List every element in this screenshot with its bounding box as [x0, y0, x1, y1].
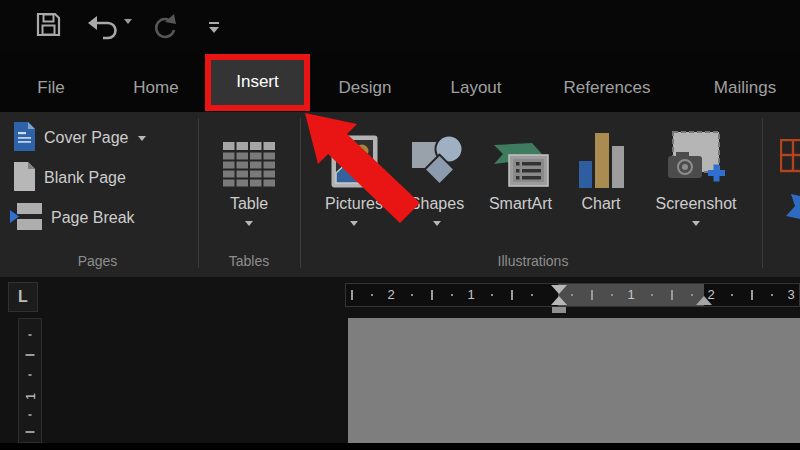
- group-separator: [762, 118, 763, 268]
- ruler-number: 2: [387, 287, 394, 302]
- ruler-tick: [29, 334, 32, 336]
- table-button[interactable]: Table: [210, 118, 288, 268]
- blank-page-button[interactable]: Blank Page: [14, 160, 126, 196]
- cover-page-label: Cover Page: [44, 129, 129, 147]
- chevron-down-icon: [350, 221, 358, 226]
- screenshot-label: Screenshot: [656, 195, 737, 213]
- ruler-tick: [491, 294, 493, 296]
- ruler-tick: [511, 290, 513, 300]
- pictures-label: Pictures: [325, 195, 383, 213]
- first-line-indent-marker[interactable]: [551, 285, 567, 294]
- ruler-tick: [431, 290, 433, 300]
- ruler-number: 1: [467, 287, 474, 302]
- screenshot-icon: [667, 124, 725, 188]
- page-break-icon: [10, 201, 42, 235]
- ruler-tick: [351, 290, 353, 300]
- ruler-tick: [591, 290, 593, 300]
- ruler-tick: [29, 414, 32, 416]
- ruler-tick: [731, 294, 733, 296]
- table-label: Table: [230, 195, 268, 213]
- chart-button[interactable]: Chart: [567, 118, 635, 268]
- customize-toolbar-icon: [207, 23, 221, 38]
- page-break-button[interactable]: Page Break: [10, 200, 135, 236]
- pictures-icon: [331, 124, 378, 188]
- shapes-label: Shapes: [410, 195, 464, 213]
- tab-references[interactable]: References: [551, 64, 663, 112]
- group-label-pages: Pages: [40, 253, 155, 269]
- blank-page-label: Blank Page: [44, 169, 126, 187]
- ribbon: Cover Page Blank Page Page Break: [0, 112, 800, 277]
- ruler-tick: [671, 290, 673, 300]
- smartart-label: SmartArt: [489, 195, 552, 213]
- bottom-bar: [0, 443, 800, 450]
- group-separator: [300, 118, 301, 268]
- ruler-tick: [29, 374, 32, 376]
- grid-icon: [780, 161, 800, 176]
- shapes-button[interactable]: Shapes: [400, 118, 474, 268]
- ruler-tick: [451, 294, 453, 296]
- right-indent-marker[interactable]: [696, 296, 712, 305]
- group-separator: [198, 118, 199, 268]
- group-label-tables: Tables: [210, 253, 288, 269]
- ruler-tick: [751, 290, 753, 300]
- ruler-tick: [611, 294, 613, 296]
- blank-page-icon: [14, 162, 35, 194]
- chart-icon: [577, 124, 625, 188]
- ruler-number: 1: [627, 287, 634, 302]
- ruler-tick: [571, 294, 573, 296]
- group-label-illustrations: Illustrations: [433, 253, 633, 269]
- chart-label: Chart: [581, 195, 620, 213]
- smartart-icon: [492, 124, 550, 188]
- ribbon-tab-bar: File Home Insert Design Layout Reference…: [0, 50, 800, 112]
- chevron-down-icon: [692, 221, 700, 226]
- redo-button[interactable]: [151, 13, 177, 42]
- ruler-tick: [771, 294, 773, 296]
- chevron-down-icon: [138, 136, 146, 141]
- undo-icon: [88, 28, 120, 43]
- ruler-tick: [411, 294, 413, 296]
- document-area: L 2 1 1 2 3: [0, 277, 800, 443]
- word-window: File Home Insert Design Layout Reference…: [0, 0, 800, 450]
- save-icon: [35, 26, 62, 41]
- ruler-tick: [26, 354, 35, 356]
- chevron-down-icon: [433, 221, 441, 226]
- tab-insert[interactable]: Insert: [211, 55, 304, 108]
- tab-design[interactable]: Design: [328, 64, 402, 112]
- ruler-tick: [691, 294, 693, 296]
- tab-file[interactable]: File: [28, 64, 74, 112]
- cover-page-button[interactable]: Cover Page: [14, 120, 146, 156]
- tab-layout[interactable]: Layout: [438, 64, 514, 112]
- save-button[interactable]: [35, 11, 62, 41]
- ruler-number: 1: [23, 393, 38, 400]
- addins-partial-button-2[interactable]: [786, 194, 800, 223]
- document-page[interactable]: [348, 318, 800, 443]
- customize-quick-access-button[interactable]: [207, 20, 221, 38]
- horizontal-ruler[interactable]: 2 1 1 2 3: [345, 283, 800, 307]
- pictures-button[interactable]: Pictures: [312, 118, 396, 268]
- screenshot-button[interactable]: Screenshot: [640, 118, 752, 268]
- ruler-number: 3: [787, 287, 794, 302]
- vertical-ruler[interactable]: 1: [18, 318, 42, 443]
- tab-stop-selector[interactable]: L: [8, 282, 38, 312]
- undo-button[interactable]: [88, 14, 120, 43]
- addins-partial-button[interactable]: [780, 139, 800, 176]
- cover-page-icon: [14, 122, 35, 154]
- smartart-button[interactable]: SmartArt: [477, 118, 564, 268]
- ruler-tick: [371, 294, 373, 296]
- ruler-tick: [651, 294, 653, 296]
- ruler-tick: [26, 431, 35, 433]
- undo-dropdown-button[interactable]: [124, 24, 132, 39]
- chevron-down-icon: [124, 19, 132, 39]
- table-icon: [223, 124, 275, 188]
- tab-mailings[interactable]: Mailings: [698, 64, 792, 112]
- page-break-label: Page Break: [51, 209, 135, 227]
- chevron-down-icon: [245, 221, 253, 226]
- left-indent-marker[interactable]: [552, 307, 566, 313]
- ruler-tick: [531, 294, 533, 296]
- hanging-indent-marker[interactable]: [551, 296, 567, 305]
- blue-shape-icon: [786, 208, 800, 223]
- redo-icon: [151, 27, 177, 42]
- shapes-icon: [410, 124, 464, 188]
- tab-home[interactable]: Home: [123, 64, 189, 112]
